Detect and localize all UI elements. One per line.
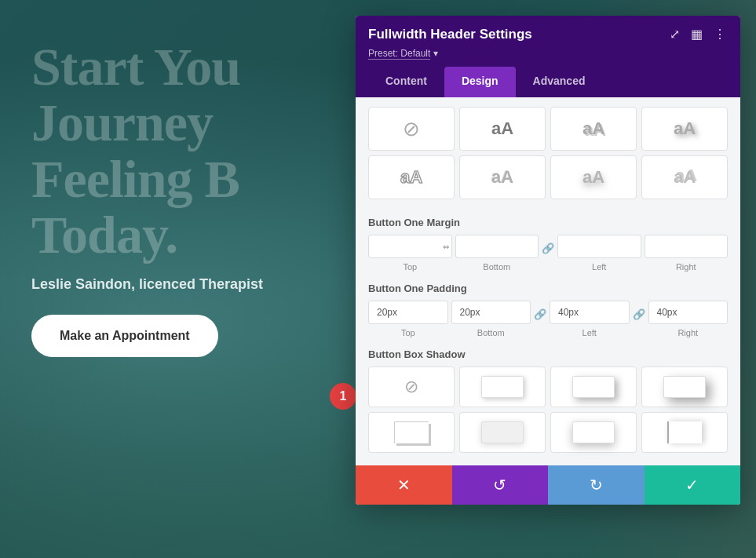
- padding-bottom-label: Bottom: [477, 328, 505, 337]
- margin-right-label: Right: [676, 262, 696, 272]
- tab-content[interactable]: Content: [368, 67, 444, 97]
- shadow-option-1[interactable]: [459, 367, 546, 407]
- padding-top-group: Top: [368, 301, 448, 337]
- shadow-preview-7: [667, 421, 702, 443]
- shadow-option-4[interactable]: [368, 412, 455, 453]
- padding-top-input[interactable]: [368, 301, 448, 324]
- shadow-hard-option[interactable]: aA: [550, 107, 637, 151]
- margin-label: Button One Margin: [368, 217, 728, 228]
- shadow-none-option[interactable]: ⊘: [368, 107, 455, 151]
- padding-left-label: Left: [583, 328, 597, 337]
- margin-left-group: Left: [557, 235, 641, 272]
- padding-right-group: Right: [648, 301, 729, 337]
- margin-link-chain[interactable]: 🔗: [542, 243, 554, 254]
- shadow-option-6[interactable]: [550, 412, 637, 453]
- shadow-preview-4: [394, 421, 429, 443]
- shadow-lift-option[interactable]: aA: [550, 155, 637, 199]
- panel-footer: ✕ ↺ ↻ ✓: [356, 465, 740, 505]
- margin-bottom-input[interactable]: [455, 235, 539, 258]
- margin-link-icon[interactable]: ⇔: [443, 243, 449, 251]
- hero-section: Start You Journey Feeling B Today. Lesli…: [31, 39, 263, 357]
- redo-button[interactable]: ↻: [548, 465, 645, 505]
- no-shadow-icon: ⊘: [404, 377, 418, 397]
- shadow-flat-option[interactable]: aA: [459, 107, 546, 151]
- save-button[interactable]: ✓: [645, 465, 741, 505]
- padding-link-lr[interactable]: 🔗: [633, 308, 645, 320]
- text-shadow-grid: ⊘ aA aA aA aA aA aA aA: [368, 97, 728, 206]
- box-shadow-label: Button Box Shadow: [368, 348, 728, 360]
- hero-title: Start You Journey Feeling B Today.: [31, 39, 263, 264]
- cancel-button[interactable]: ✕: [356, 465, 452, 505]
- shadow-option-7[interactable]: [641, 412, 728, 453]
- padding-right-label: Right: [677, 328, 698, 337]
- shadow-option-2[interactable]: [550, 367, 637, 407]
- padding-fields: Top Bottom 🔗 Left 🔗 Right: [368, 301, 728, 337]
- shadow-inset-option[interactable]: aA: [459, 155, 546, 199]
- margin-right-group: Right: [645, 235, 729, 272]
- margin-fields: ⇔ Top Bottom 🔗 Left Rig: [368, 235, 728, 272]
- shadow-extra-option[interactable]: aA: [641, 155, 728, 199]
- padding-left-group: Left: [550, 301, 630, 337]
- padding-top-label: Top: [401, 328, 415, 337]
- padding-left-input[interactable]: [550, 301, 630, 324]
- hero-subtitle: Leslie Saindon, licenced Therapist: [31, 276, 263, 293]
- shadow-option-none[interactable]: ⊘: [368, 367, 455, 407]
- sidebar-icon[interactable]: ▦: [689, 25, 704, 43]
- padding-bottom-group: Bottom: [451, 301, 531, 337]
- shadow-option-3[interactable]: [641, 367, 728, 407]
- shadow-preview-2: [572, 376, 615, 398]
- preset-dropdown[interactable]: Preset: Default ▾: [368, 48, 728, 59]
- reset-button[interactable]: ↺: [452, 465, 549, 505]
- shadow-grid: ⊘: [368, 367, 728, 453]
- margin-top-group: ⇔ Top: [368, 235, 452, 272]
- padding-right-input[interactable]: [648, 301, 729, 324]
- margin-bottom-group: Bottom: [455, 235, 539, 272]
- margin-left-input[interactable]: [557, 235, 641, 258]
- tab-advanced[interactable]: Advanced: [516, 67, 603, 97]
- panel-header-icons: ⤢ ▦ ⋮: [668, 25, 728, 43]
- panel-title: Fullwidth Header Settings: [368, 27, 532, 42]
- margin-left-label: Left: [592, 262, 606, 272]
- panel-header: Fullwidth Header Settings ⤢ ▦ ⋮ Preset: …: [356, 16, 740, 97]
- margin-bottom-label: Bottom: [483, 262, 510, 272]
- settings-panel: Fullwidth Header Settings ⤢ ▦ ⋮ Preset: …: [356, 16, 740, 505]
- margin-top-input[interactable]: [368, 235, 452, 258]
- shadow-preview-5: [481, 421, 524, 443]
- margin-right-input[interactable]: [645, 235, 729, 258]
- padding-link-tb[interactable]: 🔗: [534, 308, 546, 320]
- shadow-soft-option[interactable]: aA: [641, 107, 728, 151]
- margin-top-label: Top: [403, 262, 417, 272]
- padding-label: Button One Padding: [368, 283, 728, 294]
- shadow-option-5[interactable]: [459, 412, 546, 453]
- tab-design[interactable]: Design: [444, 67, 516, 97]
- shadow-preview-6: [572, 421, 615, 443]
- more-icon[interactable]: ⋮: [712, 25, 728, 43]
- panel-body: ⊘ aA aA aA aA aA aA aA: [356, 97, 740, 465]
- shadow-outline-option[interactable]: aA: [368, 155, 455, 199]
- shadow-preview-3: [663, 376, 706, 398]
- expand-icon[interactable]: ⤢: [668, 25, 681, 43]
- padding-bottom-input[interactable]: [451, 301, 531, 324]
- appointment-button[interactable]: Make an Appointment: [31, 315, 218, 357]
- notification-badge: 1: [330, 383, 356, 410]
- panel-tabs: Content Design Advanced: [368, 67, 728, 97]
- shadow-preview-1: [481, 376, 524, 398]
